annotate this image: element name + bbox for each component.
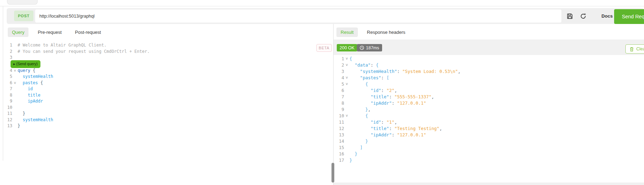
fold-gutter-spacer xyxy=(344,151,349,157)
fold-chevron-icon[interactable]: ˅ xyxy=(344,56,349,62)
line-number: 1 xyxy=(334,56,344,62)
fold-chevron-icon[interactable]: ˅ xyxy=(344,81,349,87)
code-line: 12 "title": "Testing Testing", xyxy=(334,125,643,132)
code-text: pastes { xyxy=(18,80,43,86)
fold-gutter-spacer xyxy=(344,144,349,151)
response-time-badge: 187ms xyxy=(357,44,382,51)
line-number: 8 xyxy=(334,100,344,106)
code-line: 10 xyxy=(3,105,333,111)
response-editor[interactable]: 1˅{2˅ "data": {3 "systemHealth": "System… xyxy=(334,56,643,164)
tab-query[interactable]: Query xyxy=(8,27,28,37)
code-text: ipAddr xyxy=(18,98,43,105)
code-text: "pastes": [ xyxy=(349,75,389,81)
line-number: 12 xyxy=(334,125,344,132)
code-text: "id": "1", xyxy=(349,119,397,125)
fold-chevron-icon[interactable]: ˅ xyxy=(344,62,349,68)
code-text: { xyxy=(349,56,352,62)
code-text: "title": "555-555-1337", xyxy=(349,94,434,100)
code-text: systemHealth xyxy=(18,117,53,123)
query-editor[interactable]: 1# Welcome to Altair GraphQL Client.2# Y… xyxy=(3,39,333,185)
fold-gutter-spacer xyxy=(344,94,349,100)
code-line: 6 "id": "2", xyxy=(334,87,643,94)
save-icon[interactable] xyxy=(566,13,573,20)
line-number: 6 xyxy=(3,80,12,86)
code-text: query { xyxy=(18,68,36,74)
code-text: { xyxy=(349,81,368,87)
line-number: 7 xyxy=(3,86,12,92)
line-number: 4 xyxy=(3,68,12,74)
code-text: } xyxy=(349,157,352,164)
code-line: 7 id xyxy=(3,86,333,92)
url-input[interactable] xyxy=(35,10,561,23)
code-line: 8 "ipAddr": "127.0.0.1" xyxy=(334,100,643,106)
code-line: 3 xyxy=(3,55,333,61)
fold-gutter-spacer xyxy=(344,157,349,164)
code-text: } xyxy=(18,111,25,117)
line-number: 13 xyxy=(334,132,344,138)
fold-gutter-spacer xyxy=(12,92,18,99)
code-line: 5˅ { xyxy=(334,81,643,87)
fold-gutter-spacer xyxy=(12,123,18,129)
fold-gutter-spacer xyxy=(12,86,18,92)
clear-button-label: Clear xyxy=(636,47,644,51)
line-number: 10 xyxy=(334,113,344,119)
code-line: 3 "systemHealth": "System Load: 0.53\n", xyxy=(334,68,643,75)
code-text: { xyxy=(349,113,368,119)
send-query-widget[interactable]: ▸ (Send query) xyxy=(11,60,40,68)
fold-chevron-icon[interactable]: ˅ xyxy=(12,80,18,86)
vertical-scrollbar-thumb[interactable] xyxy=(331,163,334,183)
code-line: ▸ (Send query) xyxy=(3,61,333,68)
status-badge: 200 OK xyxy=(337,44,357,51)
fold-gutter-spacer xyxy=(344,87,349,94)
code-line: 11 "id": "1", xyxy=(334,119,643,125)
http-method-badge[interactable]: POST xyxy=(14,11,33,21)
code-text: systemHealth xyxy=(18,74,53,80)
tab-response-headers[interactable]: Response headers xyxy=(363,27,410,37)
clear-result-button[interactable]: Clear xyxy=(625,44,644,54)
query-tab-row: Query Pre-request Post-request xyxy=(8,25,105,39)
code-line: 6˅ pastes { xyxy=(3,80,333,86)
fold-gutter-spacer xyxy=(12,98,18,105)
fold-gutter-spacer xyxy=(12,49,18,55)
code-line: 2# You can send your request using CmdOr… xyxy=(3,49,333,55)
code-line: 10˅ { xyxy=(334,113,643,119)
fold-gutter-spacer xyxy=(344,132,349,138)
fold-gutter-spacer xyxy=(344,106,349,113)
refresh-icon[interactable] xyxy=(580,13,587,20)
send-request-button[interactable]: Send Request xyxy=(614,9,644,24)
line-number: 10 xyxy=(3,105,12,111)
code-text: }, xyxy=(349,106,371,113)
fold-gutter-spacer xyxy=(12,42,18,49)
fold-gutter-spacer xyxy=(344,138,349,144)
response-time-value: 187ms xyxy=(366,45,379,50)
fold-chevron-icon[interactable]: ˅ xyxy=(12,68,18,74)
code-text: "data": { xyxy=(349,62,379,68)
fold-gutter-spacer xyxy=(12,55,18,61)
code-line: 1# Welcome to Altair GraphQL Client. xyxy=(3,42,333,49)
fold-gutter-spacer xyxy=(12,111,18,117)
tab-pre-request[interactable]: Pre-request xyxy=(33,27,66,37)
code-text: } xyxy=(18,123,20,129)
line-number: 8 xyxy=(3,92,12,99)
fold-chevron-icon[interactable]: ˅ xyxy=(344,75,349,81)
line-number: 13 xyxy=(3,123,12,129)
code-text: # You can send your request using CmdOrC… xyxy=(18,49,150,55)
line-number: 15 xyxy=(334,144,344,151)
code-text: "id": "2", xyxy=(349,87,397,94)
beta-badge: BETA xyxy=(316,44,332,52)
code-text: ] xyxy=(349,144,363,151)
code-line: 15 ] xyxy=(334,144,643,151)
fold-gutter-spacer xyxy=(12,117,18,123)
code-line: 5 systemHealth xyxy=(3,74,333,80)
line-number: 2 xyxy=(334,62,344,68)
code-line: 4˅query { xyxy=(3,68,333,74)
code-line: 13 "ipAddr": "127.0.0.1" xyxy=(334,132,643,138)
request-toolbar: POST Docs Send Request xyxy=(7,8,644,24)
line-number: 9 xyxy=(334,106,344,113)
code-line: 16 } xyxy=(334,151,643,157)
tab-result[interactable]: Result xyxy=(336,27,358,37)
window-tab-stub[interactable] xyxy=(7,0,38,5)
fold-chevron-icon[interactable]: ˅ xyxy=(344,113,349,119)
line-number: 9 xyxy=(3,98,12,105)
tab-post-request[interactable]: Post-request xyxy=(71,27,105,37)
